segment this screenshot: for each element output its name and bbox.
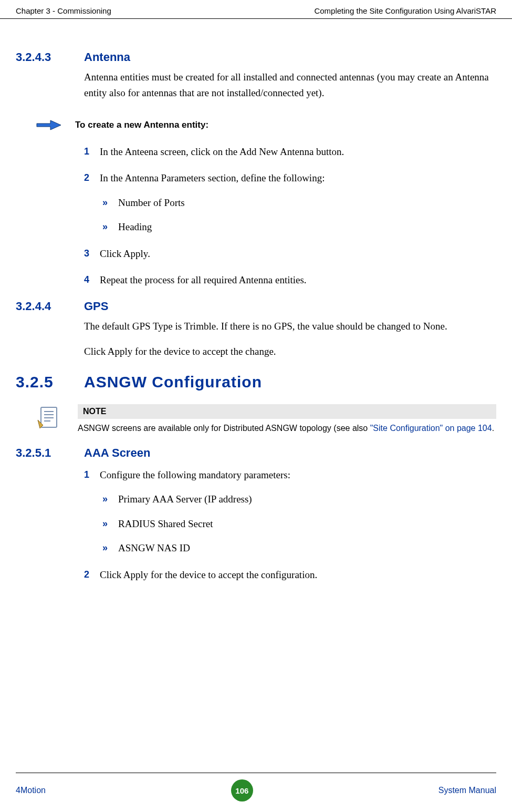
note-text: ASNGW screens are available only for Dis… [78,419,496,435]
step-number: 2 [84,171,100,186]
footer-right: System Manual [438,786,496,795]
svg-marker-0 [37,120,61,130]
section-gps-heading: 3.2.4.4 GPS [16,300,496,313]
section-number: 3.2.5 [16,373,84,391]
page-number-badge: 106 [231,779,253,801]
bullet-text: Number of Ports [118,196,185,211]
antenna-paragraph: Antenna entities must be created for all… [84,69,496,101]
section-title: Antenna [84,50,130,64]
page-footer: 4Motion 106 System Manual [16,773,496,801]
step-text: In the Anteena screen, click on the Add … [100,145,344,160]
bullet-icon: » [102,541,118,556]
gps-paragraph-1: The default GPS Type is Trimble. If ther… [84,318,496,334]
bullet-icon: » [102,196,118,211]
aaa-step-2: 2 Click Apply for the device to accept t… [84,568,496,583]
step-number: 3 [84,246,100,262]
step-2: 2 In the Antenna Parameters section, def… [84,171,496,186]
bullet-icon: » [102,517,118,532]
note-icon [36,404,62,430]
footer-left: 4Motion [16,786,46,795]
step-text: Click Apply for the device to accept the… [100,568,317,583]
page-header: Chapter 3 - Commissioning Completing the… [0,0,512,19]
bullet-item: » ASNGW NAS ID [102,541,496,556]
bullet-text: ASNGW NAS ID [118,541,190,556]
note-link[interactable]: "Site Configuration" on page 104 [370,424,492,433]
section-title: AAA Screen [84,446,150,460]
bullet-text: RADIUS Shared Secret [118,517,213,532]
arrow-icon [36,117,62,133]
step-text: In the Antenna Parameters section, defin… [100,171,325,186]
page-content: 3.2.4.3 Antenna Antenna entities must be… [0,19,512,582]
section-number: 3.2.4.4 [16,300,84,313]
section-number: 3.2.4.3 [16,50,84,64]
procedure-title: To create a new Antenna entity: [75,120,208,130]
step-3: 3 Click Apply. [84,246,496,262]
note-text-part2: . [492,424,494,433]
bullet-icon: » [102,220,118,235]
note-content: NOTE ASNGW screens are available only fo… [78,404,496,435]
bullet-item: » Heading [102,220,496,235]
bullet-item: » Number of Ports [102,196,496,211]
procedure-header: To create a new Antenna entity: [36,117,496,133]
section-antenna-heading: 3.2.4.3 Antenna [16,50,496,64]
step-number: 1 [84,145,100,160]
step-number: 2 [84,568,100,583]
step-text: Configure the following mandatory parame… [100,468,290,483]
section-title: GPS [84,300,108,313]
section-number: 3.2.5.1 [16,446,84,460]
note-box: NOTE ASNGW screens are available only fo… [36,404,496,435]
bullet-text: Primary AAA Server (IP address) [118,492,252,507]
bullet-item: » RADIUS Shared Secret [102,517,496,532]
step-1: 1 In the Anteena screen, click on the Ad… [84,145,496,160]
section-aaa-heading: 3.2.5.1 AAA Screen [16,446,496,460]
step-number: 1 [84,468,100,483]
section-title: ASNGW Configuration [84,373,262,391]
step-text: Click Apply. [100,246,150,262]
step-text: Repeat the process for all required Ante… [100,273,307,288]
bullet-icon: » [102,492,118,507]
note-text-part1: ASNGW screens are available only for Dis… [78,424,370,433]
step-number: 4 [84,273,100,288]
bullet-text: Heading [118,220,152,235]
aaa-step-1: 1 Configure the following mandatory para… [84,468,496,483]
step-4: 4 Repeat the process for all required An… [84,273,496,288]
bullet-item: » Primary AAA Server (IP address) [102,492,496,507]
note-label: NOTE [78,404,496,419]
gps-paragraph-2: Click Apply for the device to accept the… [84,344,496,359]
section-asngw-heading: 3.2.5 ASNGW Configuration [16,373,496,391]
header-right: Completing the Site Configuration Using … [314,6,496,15]
header-left: Chapter 3 - Commissioning [16,6,111,15]
